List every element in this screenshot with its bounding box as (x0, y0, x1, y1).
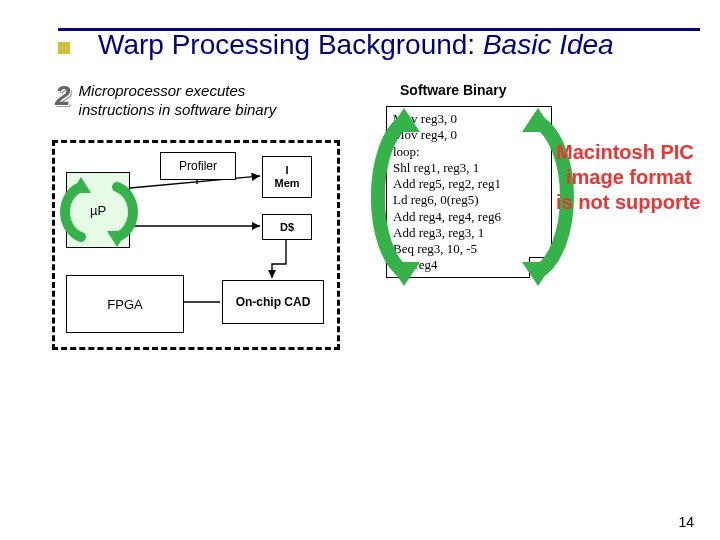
svg-marker-8 (388, 108, 420, 132)
svg-marker-6 (522, 108, 554, 132)
microprocessor-box: µP (66, 172, 130, 248)
svg-marker-9 (388, 262, 420, 286)
error-line2: image format (566, 165, 700, 190)
software-binary-title: Software Binary (400, 82, 507, 98)
title-bullet (58, 42, 70, 54)
error-line3: is not supporte (556, 190, 700, 215)
error-text: Macintosh PIC image format is not suppor… (556, 140, 700, 215)
dcache-label: D$ (280, 221, 294, 233)
fpga-box: FPGA (66, 275, 184, 333)
dcache-box: D$ (262, 214, 312, 240)
step-row: 2 Microprocessor executes instructions i… (55, 82, 309, 120)
onchip-cad-label: On-chip CAD (236, 295, 311, 309)
imem-line2: Mem (274, 177, 299, 190)
step-number: 2 (55, 82, 71, 110)
code-swirl-left-icon (360, 106, 430, 286)
title-bar: Warp Processing Background: Basic Idea (58, 28, 700, 61)
svg-marker-7 (522, 262, 554, 286)
slide-title: Warp Processing Background: Basic Idea (98, 29, 700, 61)
profiler-box: Profiler (160, 152, 236, 180)
fpga-label: FPGA (107, 297, 142, 312)
title-italic: Basic Idea (483, 29, 614, 60)
title-plain: Warp Processing Background: (98, 29, 475, 60)
page-number: 14 (678, 514, 694, 530)
chip-diagram: µP Profiler I Mem D$ FPGA On-chip CAD (52, 140, 340, 350)
imem-line1: I (285, 164, 288, 177)
microprocessor-label: µP (90, 203, 106, 218)
step-description: Microprocessor executes instructions in … (79, 82, 309, 120)
imem-box: I Mem (262, 156, 312, 198)
error-line1: Macintosh PIC (556, 141, 694, 163)
onchip-cad-box: On-chip CAD (222, 280, 324, 324)
profiler-label: Profiler (179, 159, 217, 173)
